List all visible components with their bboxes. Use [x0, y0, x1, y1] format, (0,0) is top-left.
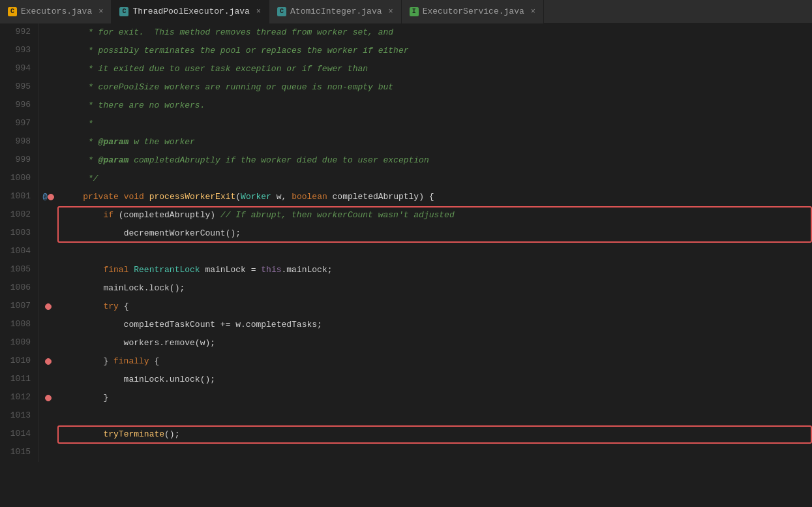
- tab-close-button[interactable]: ×: [98, 7, 103, 16]
- line-gutter: [39, 334, 57, 352]
- code-line: 1015: [0, 444, 812, 462]
- code-line: 1004: [0, 243, 812, 261]
- comment-token: * possibly terminates the pool or replac…: [63, 46, 409, 55]
- breakpoint-icon[interactable]: [45, 358, 52, 365]
- line-number: 995: [0, 78, 39, 97]
- comment-token: */: [63, 174, 98, 183]
- code-line: 1007 try {: [0, 298, 812, 316]
- line-content: [57, 407, 812, 425]
- type-token: Worker: [241, 192, 271, 202]
- plain-token: mainLock =: [200, 265, 262, 275]
- code-line: 996 * there are no workers.: [0, 97, 812, 115]
- javadoc-tag-token: @param: [98, 137, 129, 147]
- plain-token: decrementWorkerCount: [124, 228, 226, 238]
- comment-token: * there are no workers.: [63, 100, 205, 110]
- line-content: * corePoolSize workers are running or qu…: [57, 78, 812, 97]
- tab-executorsjava[interactable]: CExecutors.java×: [0, 0, 112, 23]
- plain-token: (: [235, 192, 241, 202]
- code-line: 998 * @param w the worker: [0, 133, 812, 151]
- line-gutter: [39, 133, 57, 151]
- plain-token: completedAbruptly) {: [327, 192, 434, 202]
- plain-token: (completedAbruptly): [113, 210, 220, 220]
- line-number: 1007: [0, 298, 39, 316]
- breakpoint-icon[interactable]: [48, 194, 54, 200]
- javadoc-tag-token: @param: [98, 155, 129, 165]
- plain-token: {: [119, 301, 129, 311]
- plain-token: }: [63, 356, 113, 366]
- tab-close-button[interactable]: ×: [531, 7, 535, 16]
- line-gutter: [39, 60, 57, 78]
- kw-token: if: [63, 210, 113, 220]
- code-line: 999 * @param completedAbruptly if the wo…: [0, 151, 812, 170]
- plain-token: }: [63, 393, 108, 403]
- line-content: [57, 444, 812, 462]
- line-number: 1008: [0, 316, 39, 334]
- this-kw-token: this: [261, 265, 281, 275]
- tab-label: ThreadPoolExecutor.java: [132, 7, 249, 16]
- code-line: 1014 tryTerminate();: [0, 425, 812, 444]
- tab-icon: C: [277, 7, 286, 16]
- line-content: *: [57, 115, 812, 133]
- line-number: 996: [0, 97, 39, 115]
- comment-token: w the worker: [128, 137, 194, 147]
- line-number: 1001: [0, 188, 39, 206]
- tab-icon: C: [8, 7, 17, 16]
- breakpoint-icon[interactable]: [45, 303, 52, 310]
- line-gutter: [39, 444, 57, 462]
- tab-label: AtomicInteger.java: [290, 7, 382, 16]
- line-number: 1005: [0, 261, 39, 279]
- line-number: 1000: [0, 170, 39, 188]
- tab-close-button[interactable]: ×: [389, 7, 393, 16]
- code-line: 1002 if (completedAbruptly) // If abrupt…: [0, 206, 812, 224]
- line-gutter: [39, 115, 57, 133]
- line-number: 1012: [0, 389, 39, 407]
- line-number: 1014: [0, 425, 39, 444]
- code-line: 1010 } finally {: [0, 352, 812, 371]
- line-gutter: [39, 371, 57, 389]
- at-marker: @: [42, 192, 47, 202]
- line-content: } finally {: [57, 352, 812, 371]
- line-gutter: [39, 298, 57, 316]
- code-line: 1000 */: [0, 170, 812, 188]
- line-gutter: [39, 97, 57, 115]
- comment-token: * for exit. This method removes thread f…: [63, 27, 393, 37]
- line-number: 1010: [0, 352, 39, 371]
- tab-atomicintegerjava[interactable]: CAtomicInteger.java×: [269, 0, 402, 23]
- tab-executorservicejava[interactable]: IExecutorService.java×: [402, 0, 544, 23]
- line-content: * it exited due to user task exception o…: [57, 60, 812, 78]
- kw-token: final: [63, 265, 128, 275]
- plain-token: {: [149, 356, 160, 366]
- code-line: 993 * possibly terminates the pool or re…: [0, 42, 812, 60]
- tab-label: ExecutorService.java: [423, 7, 524, 16]
- kw-token: try: [63, 301, 119, 311]
- plain-token: w,: [271, 192, 292, 202]
- plain-token: workers.remove(w);: [63, 338, 215, 348]
- line-number: 1006: [0, 279, 39, 298]
- plain-token: [144, 192, 149, 202]
- comment-token: *: [63, 137, 98, 147]
- line-gutter: [39, 425, 57, 444]
- line-gutter: [39, 279, 57, 298]
- tab-close-button[interactable]: ×: [256, 7, 261, 16]
- line-number: 992: [0, 23, 39, 42]
- plain-token: [63, 429, 103, 439]
- code-line: 997 *: [0, 115, 812, 133]
- line-gutter: [39, 389, 57, 407]
- code-line: 1013: [0, 407, 812, 425]
- line-content: * @param completedAbruptly if the worker…: [57, 151, 812, 170]
- comment-token: *: [63, 119, 93, 129]
- breakpoint-icon[interactable]: [45, 395, 52, 401]
- type-token: ReentrantLock: [134, 265, 200, 275]
- code-line: 1011 mainLock.unlock();: [0, 371, 812, 389]
- line-content: mainLock.lock();: [57, 279, 812, 298]
- method-name-token: processWorkerExit: [149, 192, 236, 202]
- line-number: 1013: [0, 407, 39, 425]
- line-gutter: [39, 78, 57, 97]
- tab-threadpoolexecutorjava[interactable]: CThreadPoolExecutor.java×: [112, 0, 269, 23]
- line-content: completedTaskCount += w.completedTasks;: [57, 316, 812, 334]
- tab-label: Executors.java: [21, 7, 92, 16]
- line-number: 998: [0, 133, 39, 151]
- line-number: 1002: [0, 206, 39, 224]
- line-gutter: [39, 42, 57, 60]
- line-content: workers.remove(w);: [57, 334, 812, 352]
